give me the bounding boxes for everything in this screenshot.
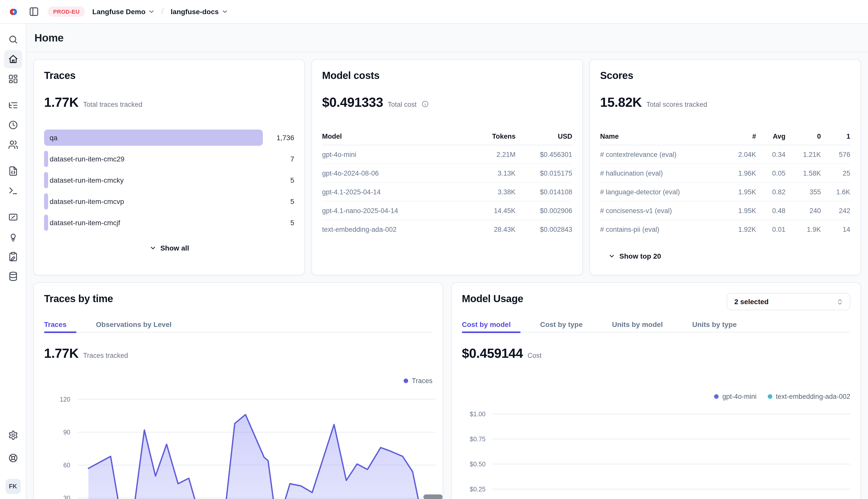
svg-text:$0.25: $0.25 (470, 486, 485, 493)
cell-value: 3.13K (469, 169, 515, 177)
model-name: text-embedding-ada-002 (322, 226, 469, 233)
tab-cost-by-type[interactable]: Cost by type (540, 320, 593, 332)
cell-value: $0.456301 (515, 150, 572, 158)
column-header: 1 (821, 133, 850, 140)
environment-badge: PROD-EU (48, 7, 85, 17)
horizontal-scrollbar-thumb[interactable] (423, 495, 443, 499)
trace-bar-zone: dataset-run-item-cmcvp (44, 193, 263, 209)
trace-bar-row[interactable]: dataset-run-item-cmcvp5 (44, 193, 294, 209)
sidebar-nav-group (4, 208, 22, 285)
chevron-down-icon (148, 8, 155, 15)
model-name: gpt-4.1-nano-2025-04-14 (322, 207, 469, 214)
project-switcher[interactable]: langfuse-docs (171, 8, 228, 16)
column-header: USD (515, 133, 572, 140)
support-button[interactable] (4, 449, 22, 467)
sidebar-item-home[interactable] (4, 50, 22, 68)
lightbulb-icon (8, 232, 18, 242)
show-all-button[interactable]: Show all (149, 244, 189, 252)
trace-bar (44, 151, 48, 167)
traces-by-time-metric: 1.77K Traces tracked (44, 346, 128, 361)
cards-row-1: Traces 1.77K Total traces tracked qa1,73… (33, 59, 861, 275)
trace-bar-label: dataset-run-item-cmcjf (50, 215, 120, 231)
table-row[interactable]: # conciseness-v1 (eval)1.95K0.48240242 (600, 202, 850, 220)
users-icon (8, 140, 18, 150)
panel-left-icon (29, 7, 39, 17)
cell-value: 14.45K (469, 207, 515, 214)
cell-value: 0.82 (756, 188, 785, 196)
model-costs-card: Model costs $0.491333 Total cost ModelTo… (311, 59, 583, 275)
sidebar-item-evaluation[interactable] (4, 208, 22, 226)
langfuse-logo[interactable] (0, 7, 26, 16)
column-header: # (725, 133, 756, 140)
sidebar-item-annotation[interactable] (4, 247, 22, 266)
scores-metric-value: 15.82K (600, 95, 642, 110)
trace-bar-row[interactable]: qa1,736 (44, 130, 294, 146)
home-icon (8, 54, 18, 64)
tab-units-by-type[interactable]: Units by type (692, 320, 747, 332)
traces-by-time-metric-value: 1.77K (44, 346, 79, 361)
table-row[interactable]: gpt-4.1-2025-04-143.38K$0.014108 (322, 183, 572, 202)
model-select-dropdown[interactable]: 2 selected (727, 293, 850, 310)
cell-value: 242 (821, 207, 850, 214)
score-name: # conciseness-v1 (eval) (600, 207, 725, 214)
langfuse-logo-icon (8, 7, 18, 16)
cell-value: 0.48 (756, 207, 785, 214)
cell-value: 3.38K (469, 188, 515, 196)
traces-card-title: Traces (44, 70, 294, 82)
sidebar-item-lightbulb[interactable] (4, 228, 22, 246)
table-row[interactable]: gpt-4.1-nano-2025-04-1414.45K$0.002906 (322, 202, 572, 220)
svg-text:$0.75: $0.75 (470, 436, 485, 442)
score-name: # contextrelevance (eval) (600, 150, 725, 158)
trace-bar-row[interactable]: dataset-run-item-cmcky5 (44, 172, 294, 188)
table-row[interactable]: # hallucination (eval)1.96K0.051.58K25 (600, 164, 850, 183)
table-row[interactable]: gpt-4o-2024-08-063.13K$0.015175 (322, 164, 572, 183)
cell-value: 25 (821, 169, 850, 177)
table-row[interactable]: # contains-pii (eval)1.92K0.011.9K14 (600, 220, 850, 239)
page-title: Home (34, 32, 63, 44)
sidebar-item-search[interactable] (4, 31, 22, 49)
sidebar-item-sessions[interactable] (4, 116, 22, 134)
sidebar-item-datasets[interactable] (4, 267, 22, 285)
model-costs-metric-value: $0.491333 (322, 95, 383, 110)
trace-bar-row[interactable]: dataset-run-item-cmc297 (44, 151, 294, 167)
legend-item: text-embedding-ada-002 (768, 393, 850, 400)
trace-bar-value: 7 (263, 155, 294, 163)
table-row[interactable]: gpt-4o-mini2.21M$0.456301 (322, 145, 572, 164)
scores-metric: 15.82K Total scores tracked (600, 95, 850, 110)
table-row[interactable]: text-embedding-ada-00228.43K$0.002843 (322, 220, 572, 239)
support-icon (8, 453, 18, 463)
cell-value: 355 (785, 188, 821, 196)
sidebar-item-users[interactable] (4, 136, 22, 154)
tab-cost-by-model[interactable]: Cost by model (462, 320, 521, 332)
traces-metric-label: Total traces tracked (83, 101, 142, 108)
sidebar-item-prompts[interactable] (4, 162, 22, 180)
settings-button[interactable] (4, 426, 22, 445)
table-header: Name#Avg01 (600, 133, 850, 145)
score-name: # hallucination (eval) (600, 169, 725, 177)
cell-value: $0.014108 (515, 188, 572, 196)
org-switcher[interactable]: Langfuse Demo (92, 8, 155, 16)
user-avatar[interactable]: FK (5, 479, 21, 494)
tab-units-by-model[interactable]: Units by model (612, 320, 673, 332)
app-root: PROD-EU Langfuse Demo / langfuse-docs FK… (0, 0, 868, 499)
table-row[interactable]: # contextrelevance (eval)2.04K0.341.21K5… (600, 145, 850, 164)
sidebar-item-tracing[interactable] (4, 96, 22, 114)
tab-traces[interactable]: Traces (44, 320, 77, 332)
table-row[interactable]: # language-detector (eval)1.95K0.823551.… (600, 183, 850, 202)
cell-value: 1.95K (725, 188, 756, 196)
trace-bar-row[interactable]: dataset-run-item-cmcjf5 (44, 215, 294, 231)
legend-dot (404, 379, 408, 383)
sidebar-item-playground[interactable] (4, 182, 22, 200)
cell-value: 1.6K (821, 188, 850, 196)
legend-label: gpt-4o-mini (722, 393, 757, 400)
cell-value: $0.015175 (515, 169, 572, 177)
column-header: Tokens (469, 133, 515, 140)
trace-bar (44, 130, 263, 146)
model-costs-table: ModelTokensUSDgpt-4o-mini2.21M$0.456301g… (322, 133, 572, 239)
info-icon[interactable] (421, 100, 429, 108)
sidebar-nav-groups (4, 31, 22, 293)
sidebar-item-dashboard[interactable] (4, 70, 22, 88)
tab-observations-by-level[interactable]: Observations by Level (96, 320, 182, 332)
show-top-20-button[interactable]: Show top 20 (608, 252, 661, 260)
sidebar-toggle-button[interactable] (26, 4, 41, 19)
